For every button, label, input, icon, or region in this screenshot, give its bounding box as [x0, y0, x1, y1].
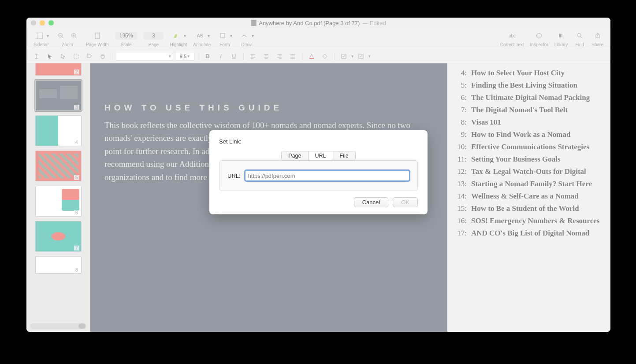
chevron-down-icon: ▾: [230, 33, 232, 38]
find-button[interactable]: [574, 31, 585, 40]
font-size-value: 9.5: [180, 54, 186, 59]
page-thumbnail[interactable]: 4: [35, 115, 82, 146]
toc-number: 17:: [455, 229, 467, 238]
font-size-select[interactable]: 9.5▾: [175, 52, 194, 61]
thumb-page-number: 8: [74, 268, 79, 272]
tab-file[interactable]: File: [333, 151, 355, 160]
page-thumbnail[interactable]: 2: [35, 63, 82, 76]
toc-item[interactable]: 8:Visas 101: [455, 118, 610, 127]
page-number[interactable]: 3: [143, 32, 164, 40]
edit-toolbar: ▾ 9.5▾ B I U ▾ ▾: [26, 49, 610, 63]
toc-item[interactable]: 12:Tax & Legal Watch-Outs for Digital: [455, 167, 610, 176]
font-family-select[interactable]: ▾: [116, 52, 173, 61]
pointer-tool[interactable]: [44, 51, 56, 61]
toc-item[interactable]: 9:How to Find Work as a Nomad: [455, 130, 610, 139]
chevron-down-icon: ▾: [208, 33, 210, 38]
svg-line-6: [75, 37, 77, 38]
draw-button[interactable]: [238, 31, 250, 40]
inspector-button[interactable]: i: [533, 31, 545, 40]
find-label: Find: [576, 42, 584, 47]
url-input[interactable]: [245, 170, 409, 181]
toc-label: The Digital Nomad's Tool Belt: [471, 106, 568, 114]
page-thumbnail[interactable]: 3: [35, 80, 82, 111]
thumb-page-number: 3: [74, 105, 79, 110]
toc-item[interactable]: 6:The Ultimate Digital Nomad Packing: [455, 93, 610, 102]
highlight-label: Highlight: [170, 42, 187, 47]
page-thumbnail[interactable]: 8: [35, 256, 82, 274]
svg-point-17: [577, 33, 581, 37]
toc-number: 6:: [455, 93, 467, 102]
tab-page[interactable]: Page: [282, 151, 308, 160]
svg-rect-9: [95, 33, 100, 38]
align-justify[interactable]: [287, 51, 298, 61]
library-label: Library: [554, 42, 568, 47]
italic-button[interactable]: I: [215, 51, 227, 61]
sidebar-scrollbar[interactable]: [30, 323, 86, 329]
thumb-page-number: 6: [74, 210, 79, 215]
window-zoom[interactable]: [48, 20, 54, 26]
tag-tool[interactable]: [84, 51, 95, 61]
chevron-down-icon: ▾: [184, 33, 186, 38]
toc-number: 7:: [455, 106, 467, 114]
title-text: Anywhere by And Co.pdf (Page 3 of 77): [259, 20, 360, 26]
ok-button[interactable]: OK: [393, 197, 418, 207]
svg-rect-21: [74, 54, 78, 59]
toc-panel: 4:How to Select Your Host City5:Finding …: [447, 63, 610, 332]
toc-item[interactable]: 14:Wellness & Self-Care as a Nomad: [455, 192, 610, 201]
checkbox-tool-2[interactable]: [355, 51, 367, 61]
edited-indicator: — Edited: [362, 20, 386, 26]
align-right[interactable]: [274, 51, 285, 61]
hand-tool[interactable]: [97, 51, 108, 61]
toc-item[interactable]: 17:AND CO's Big List of Digital Nomad: [455, 229, 610, 238]
toc-number: 4:: [455, 69, 467, 77]
page-thumbnail[interactable]: 5: [35, 151, 82, 181]
annotate-button[interactable]: AB: [194, 31, 206, 40]
underline-button[interactable]: U: [228, 51, 240, 61]
fill-color[interactable]: [319, 51, 331, 61]
select-tool[interactable]: [57, 51, 69, 61]
toc-label: Finding the Best Living Situation: [471, 81, 577, 90]
align-left[interactable]: [247, 51, 259, 61]
toc-item[interactable]: 5:Finding the Best Living Situation: [455, 81, 610, 90]
window-minimize[interactable]: [40, 20, 45, 26]
tab-url[interactable]: URL: [309, 151, 333, 160]
toc-item[interactable]: 15:How to Be a Student of the World: [455, 204, 610, 213]
window-close[interactable]: [31, 20, 36, 26]
chevron-down-icon: ▾: [47, 33, 49, 38]
zoom-in[interactable]: [68, 31, 80, 40]
sidebar-toggle[interactable]: [33, 31, 45, 40]
svg-rect-14: [559, 34, 560, 37]
toc-item[interactable]: 11:Setting Your Business Goals: [455, 155, 610, 164]
svg-rect-0: [36, 33, 43, 39]
toc-item[interactable]: 16:SOS! Emergency Numbers & Resources: [455, 217, 610, 225]
correct-text-button[interactable]: abc: [506, 31, 518, 40]
cancel-button[interactable]: Cancel: [354, 197, 388, 207]
page-label: Page: [149, 42, 159, 47]
zoom-out[interactable]: [55, 31, 67, 40]
highlight-button[interactable]: [171, 31, 182, 40]
bold-button[interactable]: B: [202, 51, 213, 61]
annotate-label: Annotate: [193, 42, 211, 47]
document-icon: [251, 20, 256, 26]
align-center[interactable]: [260, 51, 272, 61]
inspector-label: Inspector: [530, 42, 548, 47]
sidebar-label: Sidebar: [33, 42, 48, 47]
zoom-label: Zoom: [62, 42, 73, 47]
toc-item[interactable]: 7:The Digital Nomad's Tool Belt: [455, 106, 610, 114]
share-button[interactable]: [592, 31, 603, 40]
toc-item[interactable]: 10:Effective Communications Strategies: [455, 143, 610, 151]
toc-item[interactable]: 13:Starting a Nomad Family? Start Here: [455, 180, 610, 188]
checkbox-tool[interactable]: [338, 51, 350, 61]
text-color[interactable]: [306, 51, 317, 61]
library-button[interactable]: [555, 31, 567, 40]
scale-value[interactable]: 195%: [115, 32, 138, 40]
thumbnail-sidebar: 2 3 4 5 6 7 8: [26, 63, 90, 332]
form-button[interactable]: [217, 31, 228, 40]
text-cursor-tool[interactable]: [31, 51, 42, 61]
page-width-button[interactable]: [92, 31, 103, 40]
page-thumbnail[interactable]: 7: [35, 221, 82, 252]
toc-item[interactable]: 4:How to Select Your Host City: [455, 69, 610, 77]
toc-number: 10:: [455, 143, 467, 151]
page-thumbnail[interactable]: 6: [35, 186, 82, 217]
marquee-tool[interactable]: [71, 51, 82, 61]
